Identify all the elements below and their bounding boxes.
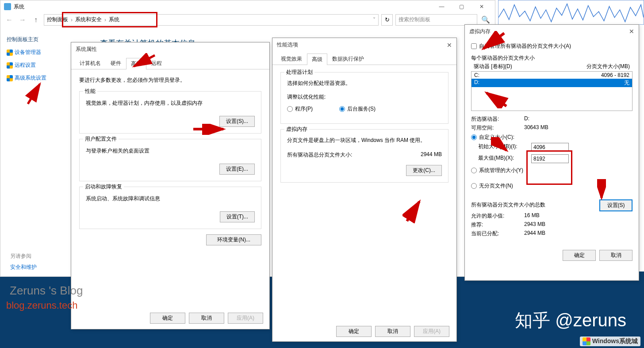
env-vars-button[interactable]: 环境变量(N)... — [206, 234, 261, 245]
tabs: 计算机名 硬件 高级 远程 — [71, 56, 269, 69]
initial-size-input[interactable] — [531, 143, 569, 152]
col-drive: 驱动器 [卷标](D) — [474, 63, 586, 70]
shield-icon — [7, 50, 13, 56]
apply-button[interactable]: 应用(A) — [414, 326, 449, 337]
see-also-security[interactable]: 安全和维护 — [10, 264, 37, 271]
group-title: 用户配置文件 — [83, 135, 119, 143]
drive-row-c[interactable]: C: 4096 - 8192 — [472, 72, 632, 79]
radio-label: 系统管理的大小(Y) — [479, 167, 523, 174]
close-icon[interactable]: ✕ — [629, 28, 634, 35]
cancel-button[interactable]: 取消 — [599, 250, 632, 261]
auto-manage-checkbox[interactable]: 自动管理所有驱动器的分页文件大小(A) — [471, 42, 632, 50]
forward-button[interactable]: → — [17, 15, 28, 25]
up-button[interactable]: ↑ — [31, 15, 41, 25]
back-button[interactable]: ← — [4, 15, 15, 25]
tab-visual[interactable]: 视觉效果 — [276, 53, 307, 65]
breadcrumb-sep: › — [104, 17, 106, 23]
windows-icon — [583, 337, 590, 345]
drive-list[interactable]: C: 4096 - 8192 D: 无 — [471, 71, 632, 111]
drive-name: D: — [474, 79, 624, 87]
rec-label: 推荐: — [471, 221, 524, 229]
startup-settings-button[interactable]: 设置(T)... — [220, 211, 255, 222]
radio-custom-size[interactable]: 自定义大小(C): — [471, 134, 632, 141]
radio-system-managed[interactable]: 系统管理的大小(Y) — [471, 167, 632, 174]
group-title: 处理器计划 — [284, 69, 314, 76]
tab-remote[interactable]: 远程 — [146, 57, 167, 69]
checkbox-label: 自动管理所有驱动器的分页文件大小(A) — [479, 42, 571, 50]
radio-label: 无分页文件(N) — [479, 182, 513, 190]
tab-computername[interactable]: 计算机名 — [75, 57, 106, 69]
breadcrumb-0[interactable]: 控制面板 — [47, 16, 68, 23]
min-value: 16 MB — [524, 212, 540, 220]
ok-button[interactable]: 确定 — [563, 250, 596, 261]
perf-desc: 视觉效果，处理器计划，内存使用，以及虚拟内存 — [86, 99, 255, 107]
watermark-zhihu: 知乎 @zeruns — [515, 308, 626, 333]
search-placeholder: 搜索控制面板 — [399, 16, 430, 23]
sidebar-home[interactable]: 控制面板主页 — [7, 33, 65, 46]
startup-desc: 系统启动、系统故障和调试信息 — [86, 195, 255, 203]
radio-label: 自定义大小(C): — [479, 134, 514, 141]
profile-settings-button[interactable]: 设置(E)... — [219, 164, 255, 175]
max-size-input[interactable] — [531, 154, 569, 163]
admin-msg: 要进行大多数更改，您必须作为管理员登录。 — [79, 76, 261, 84]
apply-button[interactable]: 应用(A) — [228, 313, 263, 324]
address-bar[interactable]: 控制面板 › 系统和安全 › 系统 ˅ — [44, 14, 379, 26]
sidebar-advanced-system[interactable]: 高级系统设置 — [7, 72, 65, 84]
system-icon — [4, 3, 11, 10]
tab-hardware[interactable]: 硬件 — [106, 57, 126, 69]
cancel-button[interactable]: 取消 — [189, 313, 224, 324]
perf-graph-strip — [498, 0, 644, 25]
ok-button[interactable]: 确定 — [336, 326, 372, 337]
radio-background[interactable]: 后台服务(S) — [339, 105, 376, 113]
window-title: 系统 — [14, 3, 24, 11]
vm-total-value: 2944 MB — [421, 151, 442, 159]
cancel-button[interactable]: 取消 — [375, 326, 410, 337]
tab-dep[interactable]: 数据执行保护 — [327, 53, 369, 65]
radio-programs[interactable]: 程序(P) — [287, 105, 313, 113]
radio-label: 程序(P) — [295, 105, 313, 113]
maximize-button[interactable]: ▢ — [452, 0, 472, 13]
minimize-button[interactable]: — — [432, 0, 452, 13]
tabs: 视觉效果 高级 数据执行保护 — [272, 51, 456, 65]
breadcrumb-1[interactable]: 系统和安全 — [75, 16, 102, 23]
see-also-label: 另请参阅 — [10, 252, 31, 260]
titlebar: 系统 — ▢ ✕ — [0, 0, 495, 13]
tab-advanced[interactable]: 高级 — [307, 54, 327, 65]
radio-label: 后台服务(S) — [347, 105, 376, 113]
shield-icon — [7, 62, 13, 69]
close-button[interactable]: ✕ — [472, 0, 491, 13]
perf-settings-button[interactable]: 设置(S)... — [219, 116, 255, 127]
address-dropdown-icon[interactable]: ˅ — [373, 17, 376, 23]
group-title: 启动和故障恢复 — [83, 183, 124, 191]
adjust-label: 调整以优化性能: — [287, 93, 442, 101]
cpu-scheduling-group: 处理器计划 选择如何分配处理器资源。 调整以优化性能: 程序(P) 后台服务(S… — [280, 72, 448, 124]
group-title: 性能 — [83, 88, 97, 95]
each-drive-label: 每个驱动器的分页文件大小 — [471, 54, 632, 62]
sel-drive-label: 所选驱动器: — [471, 115, 524, 123]
dialog-title: 虚拟内存 — [469, 28, 491, 35]
drive-row-d[interactable]: D: 无 — [472, 79, 632, 87]
set-button[interactable]: 设置(S) — [599, 199, 632, 211]
search-icon[interactable]: 🔍 — [480, 14, 491, 26]
radio-no-paging[interactable]: 无分页文件(N) — [471, 182, 632, 190]
dialog-title: 性能选项 — [272, 38, 456, 51]
sidebar-item-label: 远程设置 — [15, 61, 36, 69]
ok-button[interactable]: 确定 — [150, 313, 185, 324]
rec-value: 2943 MB — [524, 221, 545, 229]
vm-desc: 分页文件是硬盘上的一块区域，Windows 当作 RAM 使用。 — [287, 137, 442, 144]
cpu-desc: 选择如何分配处理器资源。 — [287, 80, 442, 87]
search-input[interactable]: 搜索控制面板 — [395, 14, 477, 26]
vm-change-button[interactable]: 更改(C)... — [406, 165, 442, 176]
performance-group: 性能 视觉效果，处理器计划，内存使用，以及虚拟内存 设置(S)... — [79, 91, 261, 134]
refresh-button[interactable]: ↻ — [381, 14, 393, 26]
sidebar-device-manager[interactable]: 设备管理器 — [7, 46, 65, 59]
shield-icon — [7, 75, 13, 81]
breadcrumb-sep: › — [71, 17, 73, 23]
close-icon[interactable]: ✕ — [447, 42, 452, 49]
cur-value: 2944 MB — [524, 230, 545, 237]
drive-size: 4096 - 8192 — [601, 72, 629, 78]
breadcrumb-2[interactable]: 系统 — [109, 16, 119, 23]
tab-advanced[interactable]: 高级 — [126, 58, 146, 69]
system-properties-dialog: 系统属性 计算机名 硬件 高级 远程 要进行大多数更改，您必须作为管理员登录。 … — [71, 42, 270, 329]
sidebar-remote-settings[interactable]: 远程设置 — [7, 59, 65, 72]
